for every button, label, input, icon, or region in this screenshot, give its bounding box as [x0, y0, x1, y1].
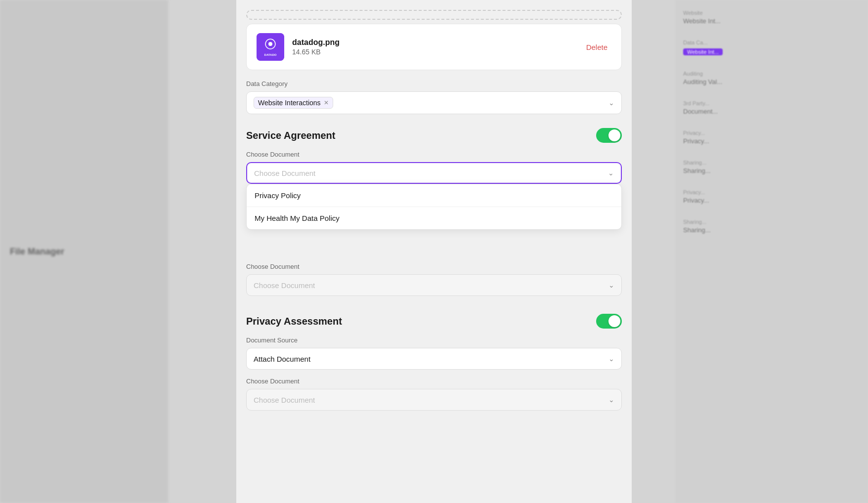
right-sidebar-item-0: Website Website Int... [683, 10, 860, 25]
right-sidebar-item-7: Sharing... Sharing... [683, 219, 860, 234]
dropdown-item-my-health[interactable]: My Health My Data Policy [247, 207, 621, 229]
choose-document-select[interactable]: Choose Document ⌄ [246, 162, 622, 184]
file-card: DATADO datadog.png 14.65 KB Delete [246, 24, 622, 70]
privacy-assessment-toggle[interactable] [596, 314, 622, 329]
file-size: 14.65 KB [292, 48, 574, 56]
svg-rect-0 [257, 33, 284, 61]
choose-document-label: Choose Document [246, 151, 622, 158]
privacy-choose-document-select[interactable]: Choose Document ⌄ [246, 389, 622, 411]
left-sidebar: File Manager [0, 0, 168, 503]
right-sidebar-item-2: Auditing Auditing Val... [683, 71, 860, 85]
chevron-down-icon-4: ⌄ [608, 355, 614, 363]
choose-document-section-2: Choose Document Choose Document ⌄ [236, 263, 632, 296]
tag-close-icon[interactable]: ✕ [324, 100, 329, 106]
service-agreement-toggle[interactable] [596, 128, 622, 143]
service-agreement-title: Service Agreement [246, 130, 335, 141]
delete-button[interactable]: Delete [582, 41, 611, 53]
dropdown-item-privacy-policy[interactable]: Privacy Policy [247, 184, 621, 207]
right-sidebar-item-6: Privacy... Privacy... [683, 189, 860, 204]
upload-area[interactable] [246, 10, 622, 20]
toggle-knob-2 [608, 315, 620, 327]
svg-point-2 [268, 42, 272, 46]
right-sidebar-item-3: 3rd Party... Document... [683, 100, 860, 115]
left-sidebar-text: File Manager [10, 247, 64, 257]
privacy-choose-document-section: Choose Document Choose Document ⌄ [236, 377, 632, 411]
toggle-knob [608, 129, 620, 141]
right-sidebar-item-5: Sharing... Sharing... [683, 160, 860, 174]
privacy-choose-document-label: Choose Document [246, 377, 622, 385]
file-info: datadog.png 14.65 KB [292, 38, 574, 56]
data-category-select[interactable]: Website Interactions ✕ ⌄ [246, 91, 622, 114]
choose-document-label-2: Choose Document [246, 263, 622, 270]
document-source-section: Document Source Attach Document ⌄ [236, 336, 632, 370]
chevron-down-icon-5: ⌄ [608, 396, 614, 404]
data-category-tag[interactable]: Website Interactions ✕ [254, 97, 333, 109]
chevron-down-icon: ⌄ [608, 99, 614, 107]
privacy-choose-document-placeholder: Choose Document [254, 396, 315, 404]
right-sidebar-item-4: Privacy... Privacy... [683, 130, 860, 145]
document-source-value: Attach Document [254, 355, 310, 363]
tag-value: Website Interactions [258, 99, 321, 107]
document-source-select[interactable]: Attach Document ⌄ [246, 348, 622, 370]
dropdown-menu: Privacy Policy My Health My Data Policy [246, 184, 622, 230]
choose-document-dropdown-wrapper: Choose Document ⌄ Privacy Policy My Heal… [246, 162, 622, 184]
choose-document-select-2[interactable]: Choose Document ⌄ [246, 274, 622, 296]
file-icon: DATADO [257, 33, 284, 61]
privacy-assessment-header: Privacy Assessment [236, 304, 632, 336]
choose-document-placeholder-2: Choose Document [254, 281, 315, 290]
choose-document-placeholder: Choose Document [254, 169, 315, 177]
right-sidebar: Website Website Int... Data Ca... Websit… [675, 0, 868, 503]
privacy-assessment-title: Privacy Assessment [246, 316, 342, 327]
choose-document-section: Choose Document Choose Document ⌄ Privac… [236, 151, 632, 184]
service-agreement-header: Service Agreement [236, 118, 632, 151]
data-category-label: Data Category [246, 80, 622, 87]
main-content: DATADO datadog.png 14.65 KB Delete Data … [236, 0, 632, 503]
right-sidebar-item-1: Data Ca... Website Int... [683, 40, 860, 56]
chevron-down-icon-3: ⌄ [608, 281, 614, 289]
svg-text:DATADO: DATADO [264, 53, 277, 56]
data-category-section: Data Category Website Interactions ✕ ⌄ [236, 80, 632, 114]
chevron-down-icon-2: ⌄ [608, 169, 614, 177]
document-source-label: Document Source [246, 336, 622, 344]
page-wrapper: File Manager DATADO datadog.png 14.65 KB… [0, 0, 868, 503]
datadog-logo: DATADO [257, 33, 284, 61]
file-name: datadog.png [292, 38, 574, 47]
